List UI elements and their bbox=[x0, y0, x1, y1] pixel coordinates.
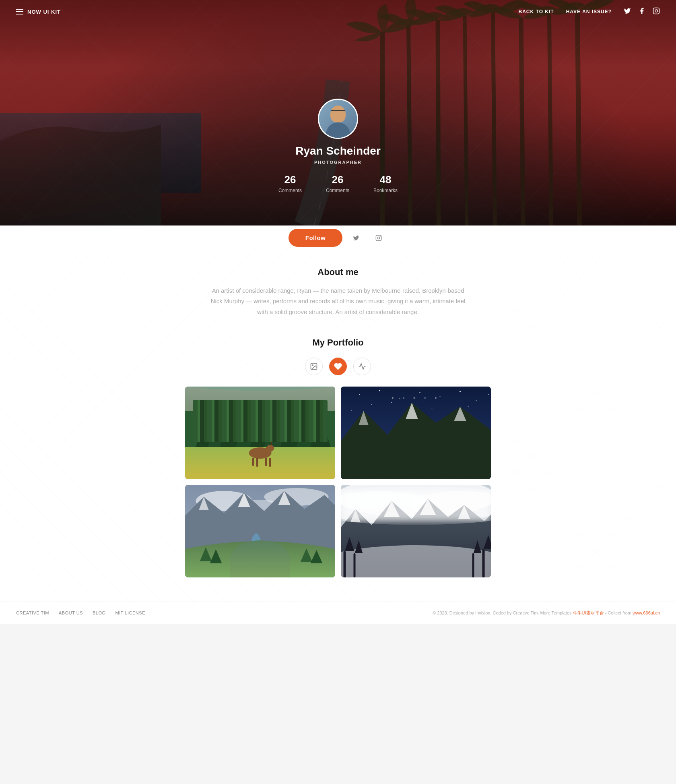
svg-point-55 bbox=[488, 394, 489, 395]
svg-marker-24 bbox=[250, 409, 270, 447]
footer-template-site-link[interactable]: 牛牛UI素材平台 bbox=[573, 610, 604, 615]
portfolio-image-valley[interactable] bbox=[185, 485, 335, 577]
avatar-image bbox=[319, 100, 357, 138]
svg-rect-13 bbox=[376, 235, 381, 240]
svg-line-38 bbox=[272, 435, 277, 439]
about-text: An artist of considerable range, Ryan — … bbox=[205, 285, 471, 317]
portfolio-image-night-mountains[interactable] bbox=[341, 387, 491, 479]
navbar-brand[interactable]: NOW UI KIT bbox=[16, 9, 61, 15]
stat-comments-2-value: 26 bbox=[326, 174, 349, 186]
svg-point-46 bbox=[440, 396, 441, 397]
filter-photos-button[interactable] bbox=[305, 358, 323, 375]
stat-comments-2-label: Comments bbox=[326, 188, 349, 193]
stat-bookmarks-label: Bookmarks bbox=[373, 188, 398, 193]
svg-marker-23 bbox=[236, 413, 256, 447]
profile-role: PHOTOGRAPHER bbox=[314, 160, 362, 165]
stat-comments-1-value: 26 bbox=[278, 174, 302, 186]
svg-point-54 bbox=[432, 408, 433, 409]
svg-point-66 bbox=[341, 491, 436, 523]
stat-bookmarks: 48 Bookmarks bbox=[373, 174, 398, 193]
snow-clouds-svg bbox=[341, 485, 491, 577]
svg-point-43 bbox=[379, 390, 380, 391]
svg-point-68 bbox=[341, 545, 491, 577]
portfolio-section: My Portfolio bbox=[177, 337, 499, 602]
action-bar: Follow bbox=[289, 229, 388, 247]
footer-about-us[interactable]: About Us bbox=[59, 610, 83, 615]
svg-point-42 bbox=[359, 394, 360, 395]
filter-activity-button[interactable] bbox=[353, 358, 371, 375]
portfolio-filters bbox=[185, 358, 491, 375]
twitter-button[interactable] bbox=[347, 229, 365, 247]
footer-mit-license[interactable]: MIT License bbox=[115, 610, 145, 615]
stat-comments-1: 26 Comments bbox=[278, 174, 302, 193]
svg-rect-32 bbox=[266, 447, 272, 454]
footer-creative-tim[interactable]: Creative Tim bbox=[16, 610, 49, 615]
svg-point-15 bbox=[380, 236, 381, 237]
twitter-icon bbox=[353, 235, 359, 241]
svg-rect-0 bbox=[653, 8, 660, 14]
svg-point-49 bbox=[371, 404, 372, 405]
filter-favorites-button[interactable] bbox=[329, 358, 347, 375]
valley-svg bbox=[185, 485, 335, 577]
footer-blog[interactable]: Blog bbox=[93, 610, 106, 615]
stat-comments-2: 26 Comments bbox=[326, 174, 349, 193]
svg-point-53 bbox=[392, 402, 392, 403]
stats-row: 26 Comments 26 Comments 48 Bookmarks bbox=[278, 174, 398, 193]
portfolio-image-snow-clouds[interactable] bbox=[341, 485, 491, 577]
nav-social-icons bbox=[624, 7, 660, 16]
night-mountains-svg bbox=[341, 387, 491, 479]
svg-marker-26 bbox=[280, 412, 301, 447]
footer-collect-site-link[interactable]: www.666ui.cn bbox=[633, 610, 660, 615]
brand-name: NOW UI KIT bbox=[27, 9, 61, 15]
back-to-kit-link[interactable]: BACK TO KIT bbox=[519, 9, 554, 14]
favorites-icon bbox=[334, 362, 342, 370]
svg-marker-28 bbox=[311, 413, 331, 447]
footer-copyright: © 2020. Designed by Invision. Coded by C… bbox=[433, 610, 660, 616]
portfolio-title: My Portfolio bbox=[185, 337, 491, 348]
instagram-button[interactable] bbox=[370, 229, 387, 247]
svg-point-47 bbox=[460, 391, 461, 392]
stat-comments-1-label: Comments bbox=[278, 188, 302, 193]
profile-name: Ryan Scheinder bbox=[295, 145, 381, 157]
hero-section: Ryan Scheinder PHOTOGRAPHER 26 Comments … bbox=[0, 0, 676, 225]
svg-point-48 bbox=[476, 400, 477, 401]
svg-point-14 bbox=[378, 237, 380, 239]
svg-rect-34 bbox=[256, 458, 258, 467]
about-section: About me An artist of considerable range… bbox=[197, 247, 479, 337]
svg-marker-25 bbox=[264, 414, 284, 447]
svg-rect-71 bbox=[482, 549, 485, 577]
svg-point-44 bbox=[400, 398, 400, 399]
svg-rect-33 bbox=[252, 458, 254, 466]
facebook-nav-icon[interactable] bbox=[638, 7, 645, 16]
portfolio-grid bbox=[185, 387, 491, 577]
svg-rect-36 bbox=[269, 458, 271, 467]
navbar: NOW UI KIT BACK TO KIT HAVE AN ISSUE? bbox=[0, 0, 676, 23]
footer-collect-text: - Collect from bbox=[605, 610, 633, 615]
svg-point-1 bbox=[655, 10, 657, 12]
twitter-nav-icon[interactable] bbox=[624, 7, 631, 16]
photos-icon bbox=[310, 362, 318, 370]
svg-point-2 bbox=[657, 9, 658, 10]
svg-point-65 bbox=[341, 485, 491, 517]
svg-point-52 bbox=[351, 410, 352, 411]
activity-icon bbox=[358, 362, 366, 370]
stat-bookmarks-value: 48 bbox=[373, 174, 398, 186]
forest-deer-svg bbox=[185, 387, 335, 479]
main-content: About me An artist of considerable range… bbox=[0, 247, 676, 602]
instagram-nav-icon[interactable] bbox=[653, 7, 660, 16]
action-bar-container: Follow bbox=[0, 225, 676, 247]
instagram-icon bbox=[375, 235, 382, 241]
svg-rect-69 bbox=[344, 551, 346, 577]
svg-rect-35 bbox=[265, 458, 267, 466]
hamburger-icon[interactable] bbox=[16, 9, 23, 14]
svg-point-17 bbox=[312, 365, 313, 366]
svg-line-40 bbox=[272, 433, 276, 438]
footer-copyright-text: © 2020. Designed by Invision. Coded by C… bbox=[433, 610, 573, 615]
svg-rect-73 bbox=[472, 553, 474, 577]
portfolio-image-forest-deer[interactable] bbox=[185, 387, 335, 479]
svg-point-51 bbox=[468, 406, 469, 407]
follow-button[interactable]: Follow bbox=[289, 229, 343, 247]
footer-links: Creative Tim About Us Blog MIT License bbox=[16, 610, 145, 615]
have-issue-link[interactable]: HAVE AN ISSUE? bbox=[566, 9, 612, 14]
svg-marker-22 bbox=[220, 411, 240, 447]
